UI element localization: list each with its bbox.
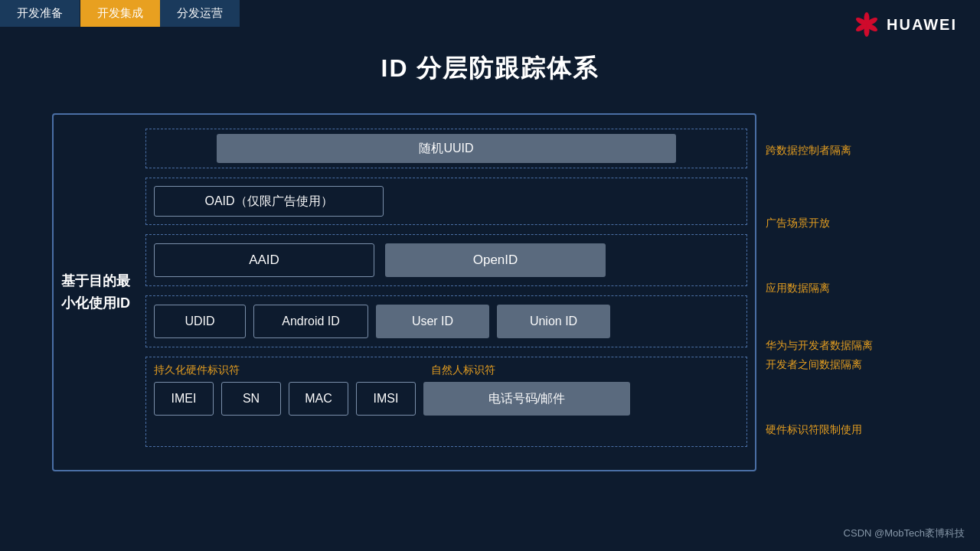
union-id-box: Union ID bbox=[497, 305, 610, 338]
annotation-2: 广告场景开放 bbox=[766, 217, 830, 230]
tab-distribution[interactable]: 分发运营 bbox=[160, 0, 240, 27]
aaid-box: AAID bbox=[154, 243, 374, 277]
diagram-container: 基于目的最小化使用ID 随机UUID OAID（仅限广告使用） AAID Ope… bbox=[52, 113, 756, 471]
annotation-1: 跨数据控制者隔离 bbox=[766, 144, 851, 158]
uuid-box: 随机UUID bbox=[217, 134, 676, 163]
watermark: CSDN @MobTech袤博科技 bbox=[844, 527, 965, 540]
annotation-5: 开发者之间数据隔离 bbox=[766, 358, 862, 372]
huawei-logo: HUAWEI bbox=[853, 11, 957, 38]
row-hardware: 持久化硬件标识符 自然人标识符 IMEI SN MAC IMSI 电话号码/邮件 bbox=[145, 357, 747, 447]
tab-dev-integration[interactable]: 开发集成 bbox=[80, 0, 160, 27]
label-natural: 自然人标识符 bbox=[431, 364, 495, 377]
oaid-box: OAID（仅限广告使用） bbox=[154, 186, 384, 217]
sn-box: SN bbox=[221, 382, 281, 416]
top-navigation: 开发准备 开发集成 分发运营 bbox=[0, 0, 240, 27]
row-aaid-openid: AAID OpenID bbox=[145, 234, 747, 286]
row-uuid: 随机UUID bbox=[145, 129, 747, 168]
udid-box: UDID bbox=[154, 305, 246, 338]
row5-labels: 持久化硬件标识符 自然人标识符 bbox=[146, 357, 746, 377]
right-annotations: 跨数据控制者隔离 广告场景开放 应用数据隔离 华为与开发者数据隔离 开发者之间数… bbox=[766, 113, 965, 471]
imsi-box: IMSI bbox=[356, 382, 416, 416]
row-ids: UDID Android ID User ID Union ID bbox=[145, 295, 747, 347]
huawei-icon bbox=[853, 11, 880, 38]
annotation-3: 应用数据隔离 bbox=[766, 282, 830, 295]
left-label: 基于目的最小化使用ID bbox=[54, 270, 138, 315]
phone-box: 电话号码/邮件 bbox=[423, 382, 630, 416]
annotation-6: 硬件标识符限制使用 bbox=[766, 423, 862, 437]
annotation-4: 华为与开发者数据隔离 bbox=[766, 339, 873, 353]
mac-box: MAC bbox=[289, 382, 348, 416]
label-hardware: 持久化硬件标识符 bbox=[154, 364, 240, 377]
row5-boxes: IMEI SN MAC IMSI 电话号码/邮件 bbox=[146, 377, 746, 420]
imei-box: IMEI bbox=[154, 382, 214, 416]
page-title: ID 分层防跟踪体系 bbox=[0, 52, 980, 86]
android-id-box: Android ID bbox=[253, 305, 368, 338]
tab-dev-prep[interactable]: 开发准备 bbox=[0, 0, 80, 27]
huawei-logo-text: HUAWEI bbox=[887, 16, 957, 34]
diagram-inner: 随机UUID OAID（仅限广告使用） AAID OpenID UDID And… bbox=[145, 122, 747, 462]
row-oaid: OAID（仅限广告使用） bbox=[145, 178, 747, 225]
openid-box: OpenID bbox=[385, 243, 606, 277]
user-id-box: User ID bbox=[376, 305, 489, 338]
